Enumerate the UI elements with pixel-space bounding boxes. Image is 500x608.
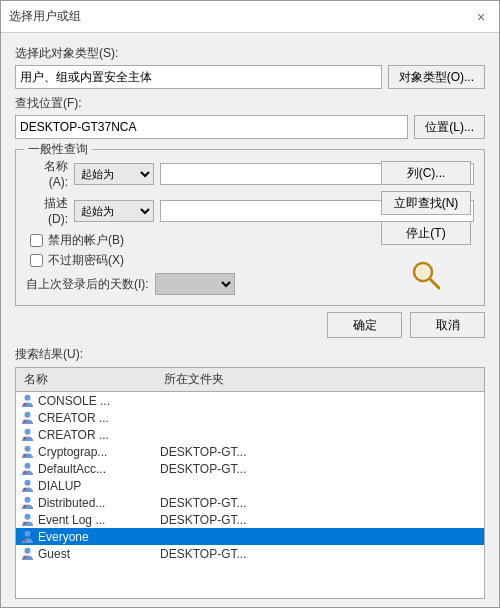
columns-button[interactable]: 列(C)... bbox=[381, 161, 471, 185]
cell-folder: DESKTOP-GT... bbox=[160, 547, 480, 561]
results-label: 搜索结果(U): bbox=[15, 346, 485, 363]
table-row[interactable]: DefaultAcc...DESKTOP-GT... bbox=[16, 460, 484, 477]
close-button[interactable]: × bbox=[471, 7, 491, 27]
cell-folder: DESKTOP-GT... bbox=[160, 462, 480, 476]
stop-button[interactable]: 停止(T) bbox=[381, 221, 471, 245]
user-icon bbox=[20, 427, 35, 442]
days-dropdown[interactable] bbox=[155, 273, 235, 295]
table-row[interactable]: CREATOR ... bbox=[16, 426, 484, 443]
location-input[interactable] bbox=[15, 115, 408, 139]
svg-point-17 bbox=[25, 463, 31, 469]
user-icon bbox=[20, 444, 35, 459]
user-icon bbox=[20, 546, 35, 561]
svg-point-6 bbox=[23, 403, 26, 406]
right-action-buttons: 列(C)... 立即查找(N) 停止(T) bbox=[381, 161, 471, 291]
table-row[interactable]: DIALUP bbox=[16, 477, 484, 494]
table-row[interactable]: GuestDESKTOP-GT... bbox=[16, 545, 484, 562]
dialog-bottom-buttons: 确定 取消 bbox=[1, 306, 499, 346]
svg-point-23 bbox=[25, 497, 31, 503]
cell-name: DIALUP bbox=[20, 478, 160, 493]
cell-name: Event Log ... bbox=[20, 512, 160, 527]
cell-name: Guest bbox=[20, 546, 160, 561]
search-now-button[interactable]: 立即查找(N) bbox=[381, 191, 471, 215]
cancel-button[interactable]: 取消 bbox=[410, 312, 485, 338]
cell-name: CONSOLE ... bbox=[20, 393, 160, 408]
svg-point-8 bbox=[25, 412, 31, 418]
user-icon bbox=[20, 495, 35, 510]
cell-name: CREATOR ... bbox=[20, 427, 160, 442]
svg-point-18 bbox=[23, 471, 26, 474]
object-type-button[interactable]: 对象类型(O)... bbox=[388, 65, 485, 89]
results-table[interactable]: 名称 所在文件夹 CONSOLE ... CREATOR ... CREATOR… bbox=[15, 367, 485, 599]
table-row[interactable]: Cryptograp...DESKTOP-GT... bbox=[16, 443, 484, 460]
svg-point-20 bbox=[25, 480, 31, 486]
location-row: 查找位置(F): 位置(L)... bbox=[15, 95, 485, 139]
table-row[interactable]: CONSOLE ... bbox=[16, 392, 484, 409]
location-field: 位置(L)... bbox=[15, 115, 485, 139]
query-group-wrapper: 一般性查询 名称(A): 起始为 描述(D): 起始为 bbox=[15, 149, 485, 306]
table-row[interactable]: Event Log ...DESKTOP-GT... bbox=[16, 511, 484, 528]
svg-point-24 bbox=[23, 505, 26, 508]
name-query-label: 名称(A): bbox=[26, 158, 68, 189]
svg-point-32 bbox=[25, 548, 31, 554]
dialog-title: 选择用户或组 bbox=[9, 8, 81, 25]
object-type-input[interactable] bbox=[15, 65, 382, 89]
magnifier-icon bbox=[410, 259, 442, 291]
location-label: 查找位置(F): bbox=[15, 95, 485, 112]
cell-name: CREATOR ... bbox=[20, 410, 160, 425]
title-bar: 选择用户或组 × bbox=[1, 1, 499, 33]
cell-folder: DESKTOP-GT... bbox=[160, 445, 480, 459]
svg-point-5 bbox=[25, 395, 31, 401]
user-icon bbox=[20, 393, 35, 408]
cell-name: Cryptograp... bbox=[20, 444, 160, 459]
svg-point-14 bbox=[25, 446, 31, 452]
svg-point-26 bbox=[25, 514, 31, 520]
svg-point-27 bbox=[23, 522, 26, 525]
user-icon bbox=[20, 512, 35, 527]
svg-point-33 bbox=[23, 556, 26, 559]
col-name-header: 名称 bbox=[20, 370, 160, 389]
object-type-field: 对象类型(O)... bbox=[15, 65, 485, 89]
svg-point-12 bbox=[23, 437, 26, 440]
table-row[interactable]: CREATOR ... bbox=[16, 409, 484, 426]
search-icon-container bbox=[381, 259, 471, 291]
svg-point-9 bbox=[23, 420, 26, 423]
cell-name: Everyone bbox=[20, 529, 160, 544]
desc-query-label: 描述(D): bbox=[26, 195, 68, 226]
svg-line-1 bbox=[430, 279, 439, 288]
cell-folder: DESKTOP-GT... bbox=[160, 513, 480, 527]
col-folder-header: 所在文件夹 bbox=[160, 370, 480, 389]
table-row[interactable]: Distributed...DESKTOP-GT... bbox=[16, 494, 484, 511]
user-icon bbox=[20, 410, 35, 425]
desc-condition-select[interactable]: 起始为 bbox=[74, 200, 154, 222]
query-section: 一般性查询 名称(A): 起始为 描述(D): 起始为 bbox=[15, 149, 485, 306]
disabled-accounts-checkbox[interactable] bbox=[30, 234, 43, 247]
non-expiring-password-checkbox[interactable] bbox=[30, 254, 43, 267]
select-user-group-dialog: 选择用户或组 × 选择此对象类型(S): 对象类型(O)... 查找位置(F):… bbox=[0, 0, 500, 608]
cell-folder: DESKTOP-GT... bbox=[160, 496, 480, 510]
object-type-label: 选择此对象类型(S): bbox=[15, 45, 485, 62]
table-row[interactable]: Everyone bbox=[16, 528, 484, 545]
svg-point-15 bbox=[23, 454, 26, 457]
group-legend: 一般性查询 bbox=[24, 141, 92, 158]
svg-point-29 bbox=[25, 531, 31, 537]
cell-name: Distributed... bbox=[20, 495, 160, 510]
days-since-login-label: 自上次登录后的天数(I): bbox=[26, 276, 149, 293]
svg-point-30 bbox=[23, 539, 26, 542]
user-icon bbox=[20, 529, 35, 544]
table-header: 名称 所在文件夹 bbox=[16, 368, 484, 392]
user-icon bbox=[20, 478, 35, 493]
table-body: CONSOLE ... CREATOR ... CREATOR ... Cryp… bbox=[16, 392, 484, 562]
svg-point-3 bbox=[418, 267, 422, 271]
main-content: 选择此对象类型(S): 对象类型(O)... 查找位置(F): 位置(L)...… bbox=[1, 33, 499, 306]
ok-button[interactable]: 确定 bbox=[327, 312, 402, 338]
svg-point-11 bbox=[25, 429, 31, 435]
svg-point-21 bbox=[23, 488, 26, 491]
name-condition-select[interactable]: 起始为 bbox=[74, 163, 154, 185]
location-button[interactable]: 位置(L)... bbox=[414, 115, 485, 139]
object-type-row: 选择此对象类型(S): 对象类型(O)... bbox=[15, 45, 485, 89]
disabled-accounts-label[interactable]: 禁用的帐户(B) bbox=[48, 232, 124, 249]
user-icon bbox=[20, 461, 35, 476]
non-expiring-password-label[interactable]: 不过期密码(X) bbox=[48, 252, 124, 269]
cell-name: DefaultAcc... bbox=[20, 461, 160, 476]
